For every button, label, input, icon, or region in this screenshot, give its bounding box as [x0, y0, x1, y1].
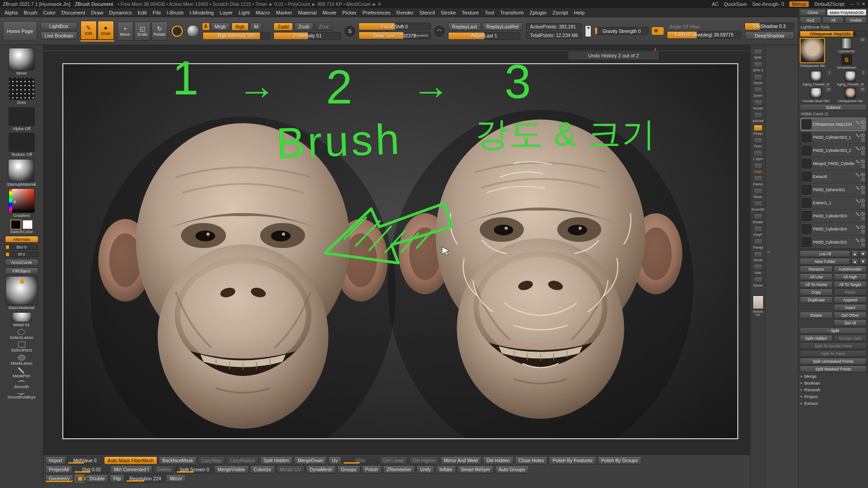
- chimpanzee-thumb[interactable]: [800, 38, 825, 63]
- lazy-mouse-icon[interactable]: ◠: [434, 26, 445, 37]
- bottom-button[interactable]: Polish By Groups: [598, 456, 642, 465]
- bottom-button[interactable]: Auto Mask FiberMesh: [104, 456, 157, 465]
- bottom-button[interactable]: Smart Re5ym: [458, 465, 494, 474]
- menus-button[interactable]: Menus: [789, 1, 809, 7]
- shelf-button[interactable]: SPix 3: [750, 61, 765, 72]
- bottom-button[interactable]: MidValue 0: [67, 456, 103, 465]
- shelf-button[interactable]: AAHalf: [750, 112, 765, 123]
- bottom-button[interactable]: Flip: [109, 474, 124, 483]
- subpalette-header[interactable]: Merge: [800, 373, 867, 379]
- subtool-options-icon[interactable]: [861, 125, 865, 128]
- polypaint-icon[interactable]: [856, 199, 859, 203]
- active-tool-slider[interactable]: Chimpanzee Step1234. 51: [800, 31, 867, 37]
- bottom-button[interactable]: Resolution 224: [126, 474, 165, 483]
- subtool-thumb[interactable]: [802, 185, 811, 195]
- shelf-button[interactable]: Actual: [750, 99, 765, 110]
- subtool-action-button[interactable]: All To Home: [800, 281, 833, 288]
- bottom-button[interactable]: BackfaceMask: [159, 456, 197, 465]
- clone-button[interactable]: Clone: [800, 9, 826, 16]
- shelf-button[interactable]: Persp: [750, 125, 765, 136]
- subtool-row[interactable]: Extract0: [801, 170, 866, 183]
- zcut-button[interactable]: Zcut: [315, 23, 332, 31]
- subtool-thumb[interactable]: [802, 132, 811, 142]
- subtool-options-icon[interactable]: [861, 164, 865, 168]
- menu-item[interactable]: Light: [239, 10, 250, 15]
- polypaint-icon[interactable]: [856, 160, 859, 164]
- subpalette-header[interactable]: Boolean: [800, 380, 867, 386]
- menu-item[interactable]: Help: [574, 10, 585, 15]
- menu-item[interactable]: Picker: [342, 10, 357, 15]
- menu-item[interactable]: Macro: [256, 10, 270, 15]
- minimize-icon[interactable]: —: [850, 2, 854, 6]
- shelf-button[interactable]: L.Sym: [750, 150, 765, 161]
- rgb-intensity-slider[interactable]: Rgb Intensity 100: [203, 32, 270, 40]
- accucurve-button[interactable]: AccuCurve: [5, 259, 38, 266]
- folder-up-icon[interactable]: ▲: [851, 258, 859, 265]
- bottom-button[interactable]: Polish: [362, 465, 382, 474]
- subtool-options-icon[interactable]: [861, 191, 865, 194]
- lightbox-tools-label[interactable]: Lightbox►Tools: [800, 24, 867, 30]
- bottom-button[interactable]: Dist 0.02: [74, 465, 109, 474]
- goz-all-button[interactable]: All: [822, 17, 844, 23]
- subtool-row[interactable]: Merged_PM3D_Cylinder3D5: [801, 157, 866, 170]
- subtool-options-icon[interactable]: [861, 178, 865, 181]
- split-button[interactable]: Split Hidden: [800, 335, 833, 342]
- bottom-button[interactable]: Del Hidden: [483, 456, 514, 465]
- subtool-options-icon[interactable]: [861, 151, 865, 155]
- shelf-button[interactable]: Zoom: [750, 87, 765, 98]
- tool-thumb-selected[interactable]: Chimpanzee Ste: [800, 38, 825, 70]
- subtool-action-button[interactable]: Paste: [834, 289, 867, 296]
- blur-slider[interactable]: Blur 0: [5, 244, 38, 250]
- visibility-eye-icon[interactable]: [860, 121, 865, 124]
- subtool-thumb[interactable]: [802, 119, 811, 129]
- menu-item[interactable]: Tool: [485, 10, 494, 15]
- menu-item[interactable]: Zscript: [552, 10, 568, 15]
- bottom-button[interactable]: Close Holes: [515, 456, 548, 465]
- basic-material-preview[interactable]: [5, 276, 38, 305]
- lightbox-button[interactable]: LightBox: [40, 22, 77, 30]
- visibility-eye-icon[interactable]: [860, 134, 865, 137]
- menu-item[interactable]: Movie: [322, 10, 336, 15]
- menu-item[interactable]: File: [153, 10, 161, 15]
- bottom-button[interactable]: Mirror: [166, 474, 185, 483]
- goz-button[interactable]: GoZ: [800, 17, 821, 23]
- subtool-row[interactable]: PM3D_Cylinder3D3: [801, 210, 866, 222]
- select-lasso-tool[interactable]: SelectLasso: [10, 329, 33, 340]
- shelf-button[interactable]: Move: [750, 188, 765, 199]
- bottom-button[interactable]: Del Lower: [379, 456, 408, 465]
- subtool-options-icon[interactable]: [861, 243, 865, 246]
- menu-item[interactable]: Alpha: [5, 10, 18, 15]
- shelf-button[interactable]: Solo: [750, 264, 765, 275]
- menu-item[interactable]: Stroke: [441, 10, 456, 15]
- polypaint-icon[interactable]: [856, 186, 859, 190]
- subpalette-header[interactable]: Project: [800, 394, 867, 399]
- subtool-options-icon[interactable]: [861, 138, 865, 141]
- scale-button[interactable]: ◱Scale: [134, 22, 151, 41]
- shelf-button[interactable]: Zoom3D: [750, 201, 765, 211]
- bottom-button[interactable]: Uv: [328, 456, 341, 465]
- visibility-eye-icon[interactable]: [860, 186, 865, 189]
- see-through-slider[interactable]: See-through- 0: [752, 1, 784, 7]
- aging-female-thumb[interactable]: [845, 71, 856, 82]
- subtool-action-button[interactable]: Delete: [800, 312, 833, 319]
- polypaint-icon[interactable]: [856, 134, 859, 137]
- default-zscript-button[interactable]: DefaultZScript: [814, 1, 844, 7]
- subtool-action-button[interactable]: All High: [834, 273, 867, 280]
- visibility-eye-icon[interactable]: [860, 147, 865, 150]
- subtool-row[interactable]: PM3D_Cylinder3D4: [801, 223, 866, 235]
- list-all-button[interactable]: List All: [800, 250, 850, 257]
- bottom-button[interactable]: Unify: [416, 465, 434, 474]
- bottom-button[interactable]: LazyStep: [198, 456, 225, 465]
- folder-down-icon[interactable]: ▼: [859, 258, 867, 265]
- fov-slider[interactable]: Field of view(deg) 39.59775: [667, 31, 741, 39]
- bottom-button[interactable]: LazyRadius: [226, 456, 259, 465]
- new-folder-button[interactable]: New Folder: [800, 258, 850, 265]
- tool-thumb[interactable]: S SimpleBrush: [826, 54, 867, 70]
- subtool-thumb[interactable]: [802, 211, 811, 221]
- metal-material-preview[interactable]: [12, 312, 32, 322]
- tool-thumb[interactable]: 2 Aging_Female_St: [834, 71, 867, 86]
- split-header[interactable]: Split: [800, 327, 867, 334]
- z-intensity-slider[interactable]: Z Intensity 51: [274, 32, 341, 40]
- m-button[interactable]: M: [250, 23, 262, 31]
- rotate-button[interactable]: ↻Rotate: [151, 22, 168, 41]
